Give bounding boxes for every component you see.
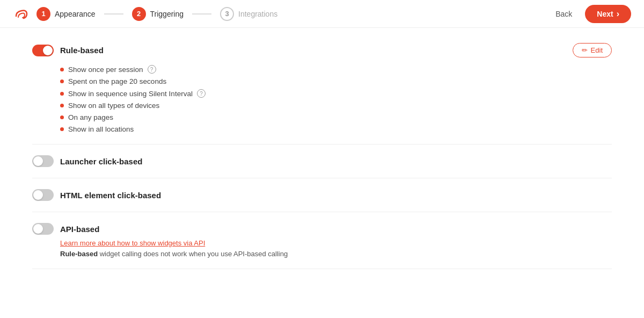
help-icon[interactable]: ?: [148, 65, 156, 74]
next-arrow-icon: ›: [617, 9, 619, 19]
rule-item: Show once per session?: [60, 65, 612, 74]
html-element-left: HTML element click-based: [32, 189, 161, 201]
api-based-title: API-based: [60, 225, 99, 234]
pencil-icon: ✏: [582, 46, 588, 54]
toggle-knob-2: [33, 156, 43, 166]
step-2-circle: 2: [132, 7, 146, 21]
api-based-left: API-based: [32, 223, 99, 235]
launcher-click-toggle[interactable]: [32, 155, 54, 167]
toggle-knob: [43, 46, 53, 55]
step-3-label: Integrations: [238, 10, 277, 18]
step-3-circle: 3: [220, 7, 234, 21]
launcher-click-left: Launcher click-based: [32, 155, 142, 167]
rule-based-title: Rule-based: [60, 46, 104, 55]
html-element-section: HTML element click-based: [32, 178, 612, 212]
back-button[interactable]: Back: [549, 6, 579, 21]
rule-list: Show once per session?Spent on the page …: [60, 65, 612, 133]
rule-item: Show in sequence using Silent Interval?: [60, 89, 612, 98]
bullet-icon: [60, 68, 64, 71]
bullet-icon: [60, 104, 64, 107]
rule-text: On any pages: [68, 113, 113, 121]
rule-item: Show in all locations: [60, 125, 612, 133]
step-2-group: 2 Triggering: [132, 7, 184, 21]
step-1-circle: 1: [36, 7, 50, 21]
bullet-icon: [60, 115, 64, 119]
api-learn-more-link[interactable]: Learn more about how to show widgets via…: [60, 239, 612, 247]
header: 1 Appearance 2 Triggering 3 Integrations…: [0, 0, 644, 28]
api-based-header: API-based: [32, 223, 612, 235]
rule-text: Show in all locations: [68, 125, 134, 133]
rule-text: Show in sequence using Silent Interval: [68, 90, 193, 98]
launcher-click-section: Launcher click-based: [32, 144, 612, 178]
api-note-rest: widget calling does not work when you us…: [98, 250, 288, 258]
step-separator-2: [192, 13, 211, 15]
rule-item: Spent on the page 20 seconds: [60, 77, 612, 85]
logo-icon: [13, 5, 30, 23]
bullet-icon: [60, 127, 64, 131]
launcher-click-title: Launcher click-based: [60, 157, 142, 166]
step-separator-1: [104, 13, 123, 15]
rule-text: Show on all types of devices: [68, 102, 159, 110]
toggle-knob-3: [33, 190, 43, 200]
html-element-header: HTML element click-based: [32, 189, 612, 201]
rule-based-toggle[interactable]: [32, 45, 54, 56]
api-based-section: API-based Learn more about how to show w…: [32, 212, 612, 269]
api-note-bold: Rule-based: [60, 250, 98, 258]
toggle-knob-4: [33, 224, 43, 234]
api-based-toggle[interactable]: [32, 223, 54, 235]
step-1-label: Appearance: [55, 10, 96, 18]
next-button[interactable]: Next ›: [585, 5, 631, 23]
rule-text: Show once per session: [68, 66, 143, 74]
edit-button[interactable]: ✏ Edit: [573, 43, 612, 57]
rule-based-header: Rule-based ✏ Edit: [32, 43, 612, 57]
rule-based-section: Rule-based ✏ Edit Show once per session?…: [32, 43, 612, 144]
step-2-label: Triggering: [150, 10, 184, 18]
step-3-group: 3 Integrations: [220, 7, 277, 21]
bullet-icon: [60, 80, 64, 83]
step-1-group: 1 Appearance: [36, 7, 96, 21]
html-element-toggle[interactable]: [32, 189, 54, 201]
launcher-click-header: Launcher click-based: [32, 155, 612, 167]
api-note: Rule-based widget calling does not work …: [60, 250, 612, 258]
bullet-icon: [60, 92, 64, 96]
rule-item: Show on all types of devices: [60, 102, 612, 110]
help-icon[interactable]: ?: [197, 89, 206, 98]
rule-text: Spent on the page 20 seconds: [68, 77, 166, 85]
rule-based-left: Rule-based: [32, 45, 104, 56]
main-content: Rule-based ✏ Edit Show once per session?…: [0, 28, 644, 284]
rule-item: On any pages: [60, 113, 612, 121]
html-element-title: HTML element click-based: [60, 191, 161, 200]
